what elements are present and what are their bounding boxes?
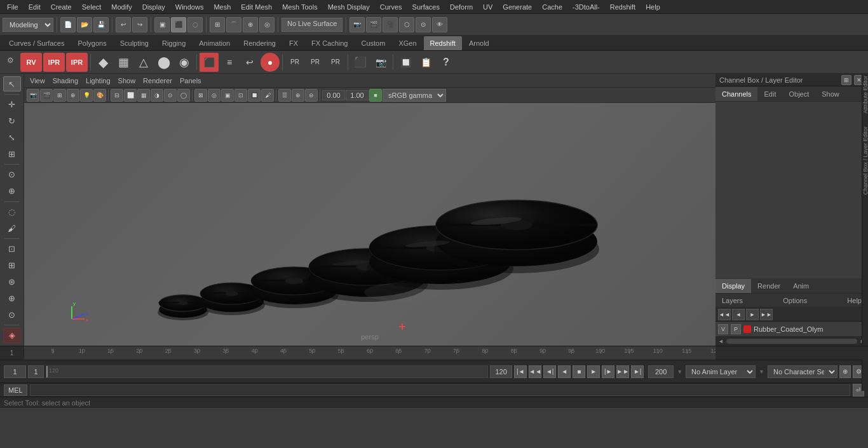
layers-btn-1[interactable]: ◄◄ [718, 309, 731, 320]
menu-help[interactable]: Help [641, 2, 665, 12]
tab-fx[interactable]: FX [283, 36, 304, 50]
vp-snap-btn[interactable]: ⊕ [67, 89, 79, 102]
shelf-icon-pr2[interactable]: PR [306, 53, 325, 72]
menu-windows[interactable]: Windows [171, 2, 208, 12]
tool-select[interactable]: ↖ [3, 76, 21, 92]
viewport-renderer-btn[interactable]: ⊙ [416, 17, 431, 32]
3d-scene[interactable]: z y x persp [24, 103, 715, 346]
shelf-icon-ipr2[interactable]: IPR [66, 53, 88, 72]
menu-mesh-tools[interactable]: Mesh Tools [278, 2, 322, 12]
shelf-icon-hook[interactable]: ↩ [240, 53, 259, 72]
cb-tab-edit[interactable]: Edit [757, 87, 782, 101]
menu-uv[interactable]: UV [478, 2, 497, 12]
vp-smooth-btn[interactable]: ⬜ [124, 89, 137, 102]
tool-scene-view[interactable]: ◈ [3, 328, 21, 343]
menu-deform[interactable]: Deform [445, 2, 477, 12]
tab-polygons[interactable]: Polygons [71, 36, 112, 50]
shelf-icon-material[interactable]: 🔲 [396, 53, 415, 72]
play-fwd-btn[interactable]: ► [587, 365, 600, 378]
ipr-btn[interactable]: 🎬 [366, 17, 381, 32]
tab-rendering[interactable]: Rendering [237, 36, 282, 50]
tool-render-mode[interactable]: ⊙ [3, 307, 21, 322]
snap-point-btn[interactable]: ⊕ [243, 17, 258, 32]
go-to-end-btn[interactable]: ►| [631, 365, 644, 378]
tab-animation[interactable]: Animation [193, 36, 236, 50]
vp-shadow-btn[interactable]: ◯ [177, 89, 190, 102]
current-frame-input[interactable]: 1 [4, 365, 26, 378]
dr-tab-anim[interactable]: Anim [787, 279, 815, 293]
vp-heads-up-btn[interactable]: ⊕ [292, 89, 304, 102]
vp-hud-btn[interactable]: ☰ [278, 89, 291, 102]
tab-xgen[interactable]: XGen [392, 36, 423, 50]
shelf-icon-circle-red[interactable]: ● [261, 53, 280, 72]
hardware-render-btn[interactable]: ⬡ [399, 17, 414, 32]
cb-tab-channels[interactable]: Channels [715, 87, 757, 101]
shelf-icon-ipr1[interactable]: IPR [43, 53, 65, 72]
snap-curve-btn[interactable]: ⌒ [226, 17, 241, 32]
mel-label[interactable]: MEL [4, 384, 27, 396]
save-scene-btn[interactable]: 💾 [93, 17, 109, 32]
anim-layer-dropdown[interactable]: No Anim Layer [686, 365, 756, 378]
tool-show-manip[interactable]: ⊕ [3, 184, 21, 199]
shelf-icon-pr1[interactable]: PR [285, 53, 304, 72]
shelf-icon-plate[interactable]: ⬛ [351, 53, 370, 72]
tool-deform[interactable]: ⊛ [3, 275, 21, 290]
shelf-icon-help[interactable]: ? [437, 53, 456, 72]
timeline-track[interactable]: 5101520253035404550556065707580859095100… [24, 346, 715, 360]
vp-xray-btn[interactable]: ◎ [208, 89, 220, 102]
horizontal-scrollbar-thumb[interactable] [726, 339, 857, 344]
next-key-btn[interactable]: |► [602, 365, 614, 378]
undo-btn[interactable]: ↩ [116, 17, 131, 32]
vp-poly-btn[interactable]: ▣ [221, 89, 234, 102]
menu-file[interactable]: File [3, 2, 23, 12]
vp-grid-btn[interactable]: ⊞ [53, 89, 66, 102]
playback-bar[interactable]: 120 [46, 365, 488, 378]
tool-create[interactable]: ⊕ [3, 290, 21, 306]
tool-paint-sel[interactable]: 🖌 [3, 221, 21, 236]
layers-btn-3[interactable]: ► [746, 309, 759, 320]
shelf-icon-diamond[interactable]: ◆ [93, 53, 112, 72]
colorspace-dropdown[interactable]: sRGB gamma [383, 89, 446, 102]
viewport[interactable]: View Shading Lighting Show Renderer Pane… [24, 74, 715, 346]
tab-rigging[interactable]: Rigging [156, 36, 192, 50]
tool-snap-grid[interactable]: ⊞ [3, 258, 21, 273]
select-all-btn[interactable]: ⬛ [171, 17, 186, 32]
vp-shading-btn[interactable]: ◑ [151, 89, 163, 102]
vp-uv-btn[interactable]: 🔲 [248, 89, 261, 102]
snap-surface-btn[interactable]: ◎ [259, 17, 275, 32]
viewport-menu-show[interactable]: Show [115, 76, 139, 85]
play-back-btn[interactable]: ◄ [558, 365, 571, 378]
prev-key-btn[interactable]: ◄| [543, 365, 556, 378]
tab-arnold[interactable]: Arnold [463, 36, 496, 50]
viewport-menu-panels[interactable]: Panels [177, 76, 205, 85]
menu-curves[interactable]: Curves [376, 2, 407, 12]
menu-create[interactable]: Create [46, 2, 76, 12]
layers-btn-2[interactable]: ◄ [732, 309, 745, 320]
render-btn[interactable]: 📷 [349, 17, 365, 32]
menu-display[interactable]: Display [138, 2, 170, 12]
menu-surfaces[interactable]: Surfaces [408, 2, 444, 12]
shelf-icon-cube-red[interactable]: ⬛ [200, 53, 219, 72]
shelf-settings-icon[interactable]: ⚙ [3, 53, 18, 68]
gamma-gain-input[interactable]: 1.00 [346, 90, 369, 100]
menu-mesh[interactable]: Mesh [209, 2, 235, 12]
vp-color-space-icon[interactable]: ■ [369, 89, 382, 102]
tool-lasso[interactable]: ◌ [3, 205, 21, 220]
channel-box-float-btn[interactable]: ⊞ [841, 75, 851, 85]
vp-light-btn[interactable]: 💡 [80, 89, 93, 102]
vp-texture-btn[interactable]: ▦ [137, 89, 150, 102]
cb-tab-show[interactable]: Show [815, 87, 846, 101]
layer-p-btn[interactable]: P [731, 324, 741, 334]
menu-edit-mesh[interactable]: Edit Mesh [236, 2, 276, 12]
menu-mesh-display[interactable]: Mesh Display [323, 2, 374, 12]
anim-end-input[interactable]: 200 [648, 365, 674, 378]
char-set-key-btn[interactable]: ⊕ [839, 365, 851, 378]
shelf-icon-stripe[interactable]: ≡ [220, 53, 239, 72]
vp-color-btn[interactable]: 🎨 [93, 89, 106, 102]
dr-tab-display[interactable]: Display [715, 279, 751, 293]
step-back-btn[interactable]: ◄◄ [529, 365, 541, 378]
viewport-menu-lighting[interactable]: Lighting [83, 76, 114, 85]
tool-move[interactable]: ✛ [3, 97, 21, 112]
stop-btn[interactable]: ■ [573, 365, 585, 378]
vp-paint-btn[interactable]: 🖌 [261, 89, 274, 102]
